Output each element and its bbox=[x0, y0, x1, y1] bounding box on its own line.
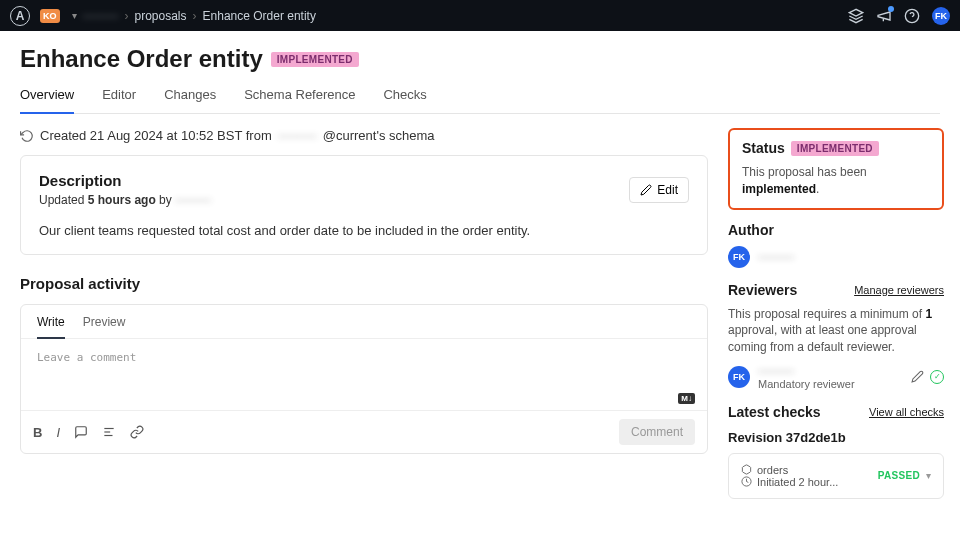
announcement-icon[interactable] bbox=[876, 8, 892, 24]
reviewers-section: Reviewers Manage reviewers This proposal… bbox=[728, 282, 944, 390]
user-avatar[interactable]: FK bbox=[932, 7, 950, 25]
status-callout: Status IMPLEMENTED This proposal has bee… bbox=[728, 128, 944, 210]
check-status: PASSED bbox=[878, 470, 920, 481]
approved-icon: ✓ bbox=[930, 370, 944, 384]
list-icon[interactable] bbox=[102, 425, 116, 439]
write-tab[interactable]: Write bbox=[37, 315, 65, 339]
checks-section: Latest checks View all checks Revision 3… bbox=[728, 404, 944, 499]
check-result-card[interactable]: orders Initiated 2 hour... PASSED ▾ bbox=[728, 453, 944, 499]
edit-button[interactable]: Edit bbox=[629, 177, 689, 203]
author-section: Author FK ——— bbox=[728, 222, 944, 268]
org-badge[interactable]: KO bbox=[40, 9, 60, 23]
revision-label: Revision 37d2de1b bbox=[728, 430, 944, 445]
comment-toolbar: B I Comment bbox=[21, 410, 707, 453]
comment-button[interactable]: Comment bbox=[619, 419, 695, 445]
status-badge: IMPLEMENTED bbox=[271, 52, 359, 67]
description-card: Description Updated 5 hours ago by ——— E… bbox=[20, 155, 708, 255]
reviewer-avatar: FK bbox=[728, 366, 750, 388]
tab-overview[interactable]: Overview bbox=[20, 87, 74, 114]
layers-icon[interactable] bbox=[848, 8, 864, 24]
top-bar: A KO ▾ ——— › proposals › Enhance Order e… bbox=[0, 0, 960, 31]
page-title: Enhance Order entity bbox=[20, 45, 263, 73]
view-all-checks-link[interactable]: View all checks bbox=[869, 406, 944, 418]
manage-reviewers-link[interactable]: Manage reviewers bbox=[854, 284, 944, 296]
status-title: Status bbox=[742, 140, 785, 156]
link-icon[interactable] bbox=[130, 425, 144, 439]
tab-checks[interactable]: Checks bbox=[383, 87, 426, 113]
reviewers-title: Reviewers bbox=[728, 282, 797, 298]
comment-input[interactable]: Leave a comment bbox=[21, 339, 707, 393]
main-content: Created 21 Aug 2024 at 10:52 BST from ——… bbox=[0, 114, 728, 540]
edit-reviewer-icon[interactable] bbox=[911, 370, 924, 383]
breadcrumb-org[interactable]: ——— bbox=[83, 9, 119, 23]
author-avatar: FK bbox=[728, 246, 750, 268]
reviewer-role: Mandatory reviewer bbox=[758, 378, 855, 390]
history-icon bbox=[20, 129, 34, 143]
tab-editor[interactable]: Editor bbox=[102, 87, 136, 113]
cube-icon bbox=[741, 464, 752, 475]
breadcrumb-current: Enhance Order entity bbox=[203, 9, 316, 23]
tabs: Overview Editor Changes Schema Reference… bbox=[20, 87, 940, 114]
author-name: ——— bbox=[758, 250, 794, 264]
breadcrumb-separator: › bbox=[193, 9, 197, 23]
preview-tab[interactable]: Preview bbox=[83, 315, 126, 338]
svg-marker-0 bbox=[849, 9, 862, 16]
reviewer-name: ——— bbox=[758, 364, 855, 378]
breadcrumb-separator: › bbox=[125, 9, 129, 23]
status-badge-side: IMPLEMENTED bbox=[791, 141, 879, 156]
chevron-down-icon[interactable]: ▾ bbox=[926, 470, 931, 481]
created-info: Created 21 Aug 2024 at 10:52 BST from ——… bbox=[20, 128, 708, 143]
markdown-badge: M↓ bbox=[678, 393, 695, 404]
breadcrumb-proposals[interactable]: proposals bbox=[135, 9, 187, 23]
description-title: Description bbox=[39, 172, 211, 189]
tab-changes[interactable]: Changes bbox=[164, 87, 216, 113]
author-title: Author bbox=[728, 222, 944, 238]
notification-dot bbox=[888, 6, 894, 12]
chevron-down-icon[interactable]: ▾ bbox=[72, 10, 77, 21]
activity-title: Proposal activity bbox=[20, 275, 708, 292]
comment-box: Write Preview Leave a comment M↓ B I Com… bbox=[20, 304, 708, 454]
checks-title: Latest checks bbox=[728, 404, 821, 420]
italic-icon[interactable]: I bbox=[56, 425, 60, 440]
page-header: Enhance Order entity IMPLEMENTED Overvie… bbox=[0, 31, 960, 114]
clock-icon bbox=[741, 476, 752, 487]
sidebar: Status IMPLEMENTED This proposal has bee… bbox=[728, 114, 960, 540]
tab-schema-reference[interactable]: Schema Reference bbox=[244, 87, 355, 113]
quote-icon[interactable] bbox=[74, 425, 88, 439]
description-body: Our client teams requested total cost an… bbox=[39, 223, 689, 238]
bold-icon[interactable]: B bbox=[33, 425, 42, 440]
apollo-logo[interactable]: A bbox=[10, 6, 30, 26]
help-icon[interactable] bbox=[904, 8, 920, 24]
